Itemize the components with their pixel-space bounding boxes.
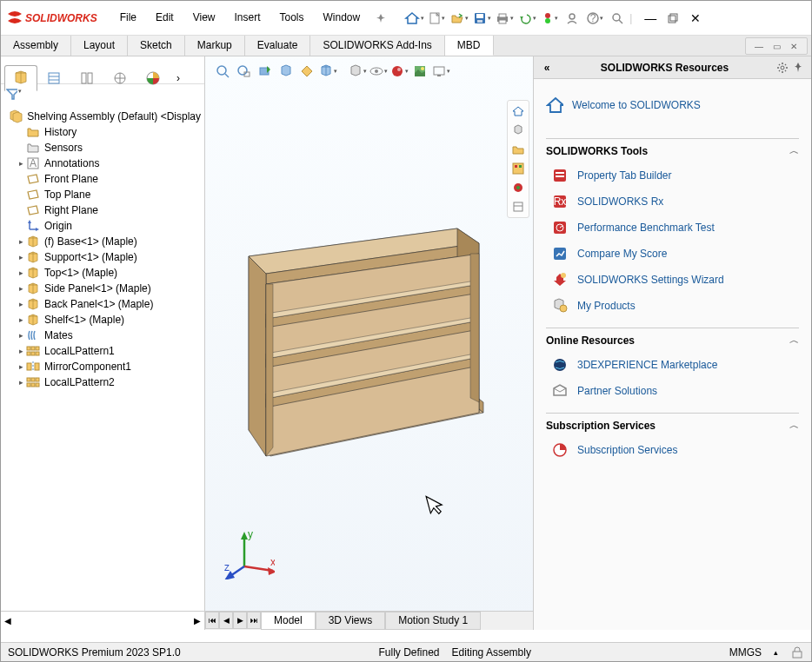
tree-item[interactable]: ▸Shelf<1> (Maple) [1,312,204,328]
doc-close-icon[interactable]: ✕ [788,40,800,52]
tree-item[interactable]: Sensors [1,140,204,156]
menu-insert[interactable]: Insert [226,8,270,29]
tree-caret-icon[interactable]: ▸ [17,362,25,371]
resource-item[interactable]: RxSOLIDWORKS Rx [546,189,799,215]
tree-root[interactable]: Shelving Assembly (Default) <Display [1,109,204,124]
view-settings-icon[interactable]: ▾ [431,62,450,81]
resource-item[interactable]: Subscription Services [546,437,799,463]
tab-nav-prev-icon[interactable]: ◀ [219,612,233,629]
menu-file[interactable]: File [111,8,145,29]
tab-nav-last-icon[interactable]: ⏭ [247,612,261,629]
tab-sketch[interactable]: Sketch [128,36,185,56]
side-folder-icon[interactable] [509,141,527,158]
tree-item[interactable]: Front Plane [1,171,204,187]
restore-window-icon[interactable] [662,8,683,29]
zoom-area-icon[interactable] [235,62,254,81]
resource-item[interactable]: SOLIDWORKS Settings Wizard [546,267,799,293]
tree-item[interactable]: ▸Side Panel<1> (Maple) [1,281,204,296]
user-icon[interactable] [562,8,582,29]
tree-caret-icon[interactable]: ▸ [17,378,25,387]
resource-item[interactable]: Property Tab Builder [546,162,799,189]
tree-caret-icon[interactable]: ▸ [17,300,25,308]
doc-minimize-icon[interactable]: — [753,40,765,52]
tab-nav-first-icon[interactable]: ⏮ [205,612,219,629]
tree-caret-icon[interactable]: ▸ [17,159,25,168]
side-home-icon[interactable] [509,103,527,120]
tree-item[interactable]: ▸(f) Base<1> (Maple) [1,234,204,249]
status-units[interactable]: MMGS [729,646,762,659]
resource-item[interactable]: My Products [546,293,799,319]
tab-assembly[interactable]: Assembly [1,36,71,56]
tree-caret-icon[interactable]: ▸ [17,284,25,293]
save-icon[interactable]: ▾ [471,8,492,29]
status-units-arrow-icon[interactable]: ▴ [774,648,778,657]
tree-item[interactable]: Top Plane [1,187,204,202]
orientation-triad[interactable]: y x z [223,527,275,579]
print-icon[interactable]: ▾ [494,8,515,29]
rebuild-icon[interactable]: ▾ [539,8,560,29]
minimize-window-icon[interactable]: — [640,8,661,29]
scene-icon[interactable] [410,62,429,81]
tree-item[interactable]: History [1,124,204,140]
tree-caret-icon[interactable]: ▸ [17,237,25,246]
side-cube-icon[interactable] [509,122,527,139]
status-lock-icon[interactable] [790,646,804,659]
menu-view[interactable]: View [184,8,224,29]
resource-item[interactable]: Performance Benchmark Test [546,215,799,241]
new-icon[interactable]: ▾ [426,8,447,29]
prev-view-icon[interactable] [256,62,275,81]
menu-window[interactable]: Window [315,8,369,29]
section-view-icon[interactable] [276,62,296,81]
resource-item[interactable]: Compare My Score [546,241,799,267]
welcome-link[interactable]: Welcome to SOLIDWORKS [546,88,799,129]
panel-right-icon[interactable]: ▶ [194,616,201,626]
orientation-icon[interactable]: ▾ [318,62,337,81]
filter-icon[interactable]: ▾ [6,88,22,103]
tree-item[interactable]: Right Plane [1,202,204,218]
tree-item[interactable]: ▸MirrorComponent1 [1,359,204,374]
tree-item[interactable]: ▸AAnnotations [1,156,204,171]
tab-markup[interactable]: Markup [185,36,245,56]
dynamic-annotation-icon[interactable] [297,62,316,81]
panel-left-icon[interactable]: ◀ [4,616,11,626]
doc-restore-icon[interactable]: ▭ [770,40,782,52]
tree-item[interactable]: ▸Mates [1,328,204,343]
chevron-up-icon[interactable]: ︿ [789,419,799,432]
panel-pin-icon[interactable] [790,62,806,74]
tree-caret-icon[interactable]: ▸ [17,268,25,277]
chevron-up-icon[interactable]: ︿ [789,334,799,347]
tree-caret-icon[interactable]: ▸ [17,253,25,261]
appearance-icon[interactable]: ▾ [389,62,409,81]
tab-addins[interactable]: SOLIDWORKS Add-Ins [310,36,444,56]
tree-item[interactable]: ▸LocalLPattern1 [1,343,204,359]
undo-icon[interactable]: ▾ [516,8,537,29]
display-style-icon[interactable]: ▾ [348,62,367,81]
open-icon[interactable]: ▾ [449,8,469,29]
tab-mbd[interactable]: MBD [445,36,494,56]
view-tab-motion[interactable]: Motion Study 1 [385,612,481,630]
side-palette-icon[interactable] [509,160,527,177]
tab-nav-next-icon[interactable]: ▶ [233,612,247,629]
panel-gear-icon[interactable] [775,62,790,74]
help-icon[interactable]: ?▾ [584,8,605,29]
menu-tools[interactable]: Tools [271,8,313,29]
chevron-up-icon[interactable]: ︿ [789,144,799,157]
tree-item[interactable]: ▸Back Panel<1> (Maple) [1,296,204,312]
resource-item[interactable]: Partner Solutions [546,378,799,404]
tree-caret-icon[interactable]: ▸ [17,315,25,324]
menu-edit[interactable]: Edit [147,8,183,29]
home-icon[interactable]: ▾ [403,8,424,29]
tree-item[interactable]: Origin [1,218,204,234]
tree-caret-icon[interactable]: ▸ [17,331,25,340]
view-tab-model[interactable]: Model [261,612,316,630]
search-icon[interactable] [607,8,628,29]
tree-caret-icon[interactable]: ▸ [17,347,25,355]
panel-collapse-icon[interactable]: « [539,62,555,74]
side-appearance-icon[interactable] [509,179,527,196]
pin-icon[interactable] [370,8,391,29]
tab-layout[interactable]: Layout [71,36,128,56]
view-tab-3dviews[interactable]: 3D Views [316,612,385,630]
model-viewport-content[interactable] [214,213,544,482]
tree-item[interactable]: ▸Top<1> (Maple) [1,265,204,281]
zoom-fit-icon[interactable] [214,62,233,81]
